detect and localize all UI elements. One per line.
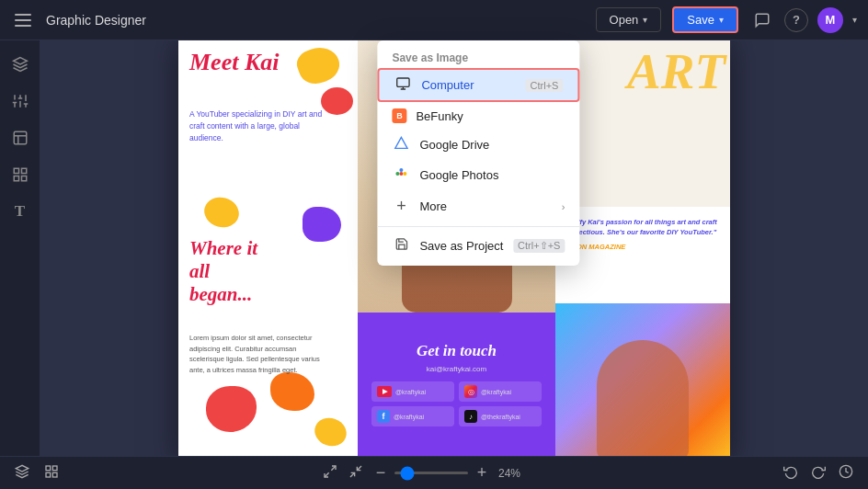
fit-frame-icon[interactable]: [319, 462, 341, 483]
svg-marker-3: [395, 137, 407, 148]
dropdown-section-label: Save as Image: [377, 46, 579, 68]
sidebar-icon-adjustments[interactable]: [4, 85, 37, 118]
lorem-text: Lorem ipsum dolor sit amet, consectetur …: [189, 333, 332, 376]
svg-rect-23: [14, 176, 18, 181]
svg-point-5: [399, 168, 403, 172]
where-heading: Where it all began...: [189, 237, 257, 307]
svg-marker-8: [13, 58, 27, 65]
svg-rect-29: [52, 472, 57, 477]
social-item-fb: f @kraftykai: [371, 406, 454, 426]
dropdown-item-save-project[interactable]: Save as Project Ctrl+⇧+S: [377, 231, 579, 260]
google-drive-icon: [392, 136, 410, 154]
more-arrow-icon: ›: [562, 201, 565, 212]
more-plus-icon: +: [392, 197, 410, 216]
fit-page-icon[interactable]: [345, 462, 367, 483]
svg-rect-18: [14, 131, 27, 144]
svg-rect-27: [52, 466, 57, 471]
svg-line-33: [350, 472, 355, 477]
save-project-label: Save as Project: [419, 239, 504, 253]
bottom-right-actions: [780, 462, 857, 483]
quote-text: "Kraffy Kai's passion for all things art…: [563, 217, 720, 238]
help-icon[interactable]: ?: [784, 8, 808, 32]
messages-icon[interactable]: [749, 7, 775, 33]
zoom-percentage: 24%: [496, 467, 523, 480]
sidebar-icon-layers[interactable]: [4, 48, 37, 81]
sidebar-icon-text[interactable]: T: [4, 195, 37, 228]
computer-label: Computer: [421, 78, 516, 92]
sidebar: T: [0, 40, 40, 456]
zoom-in-button[interactable]: +: [472, 463, 492, 483]
svg-line-31: [325, 472, 329, 477]
top-icons: ? M ▾: [749, 7, 857, 33]
social-item-yt: ▶ @kraftykai: [371, 381, 454, 402]
computer-shortcut: Ctrl+S: [526, 79, 564, 92]
quote-source: NYLON MAGAZINE: [563, 243, 720, 251]
history-button[interactable]: [835, 462, 857, 483]
sidebar-icon-templates[interactable]: [4, 121, 37, 154]
dropdown-item-google-drive[interactable]: Google Drive: [377, 130, 579, 160]
get-in-touch-title: Get in touch: [417, 342, 497, 360]
befunky-label: BeFunky: [416, 109, 565, 123]
dropdown-item-more[interactable]: + More ›: [377, 190, 579, 222]
svg-marker-25: [16, 465, 28, 472]
save-dropdown: Save as Image Computer Ctrl+S B BeFunky …: [377, 40, 579, 266]
redo-button[interactable]: [807, 462, 829, 483]
google-photos-icon: [392, 166, 410, 184]
undo-button[interactable]: [780, 462, 802, 483]
quote-box: "Kraffy Kai's passion for all things art…: [557, 211, 725, 256]
save-chevron-icon: ▾: [719, 15, 724, 25]
zoom-out-button[interactable]: −: [371, 463, 391, 483]
get-in-touch-box: Get in touch kai@kraftykai.com ▶ @krafty…: [358, 313, 555, 456]
svg-point-6: [403, 172, 406, 176]
save-project-shortcut: Ctrl+⇧+S: [513, 239, 565, 253]
social-grid: ▶ @kraftykai ◎ @kraftykai f @kraftykai ♪…: [358, 378, 555, 430]
subtitle-text: A YouTuber specializing in DIY art and c…: [189, 108, 326, 145]
meet-kai-heading: Meet Kai: [189, 50, 280, 74]
grid-toggle-icon[interactable]: [40, 462, 63, 483]
open-chevron-icon: ▾: [643, 15, 647, 25]
open-button[interactable]: Open ▾: [596, 7, 662, 32]
app-title: Graphic Designer: [46, 13, 146, 28]
svg-rect-24: [21, 176, 26, 181]
svg-point-7: [395, 172, 399, 176]
dropdown-item-befunky[interactable]: B BeFunky: [377, 102, 579, 130]
svg-point-4: [399, 172, 403, 176]
svg-rect-26: [46, 466, 51, 471]
avatar[interactable]: M: [817, 7, 843, 33]
google-photos-label: Google Photos: [419, 168, 565, 182]
svg-rect-22: [21, 168, 26, 173]
svg-line-32: [357, 466, 361, 471]
save-project-icon: [392, 237, 410, 254]
dropdown-item-google-photos[interactable]: Google Photos: [377, 160, 579, 190]
social-item-tt: ♪ @thekraftykai: [459, 406, 542, 426]
google-drive-label: Google Drive: [419, 138, 565, 152]
computer-icon: [394, 76, 412, 94]
hamburger-menu[interactable]: [11, 10, 35, 30]
dropdown-item-computer[interactable]: Computer Ctrl+S: [377, 68, 579, 102]
save-button[interactable]: Save ▾: [672, 6, 738, 33]
avatar-chevron-icon[interactable]: ▾: [852, 15, 857, 25]
svg-rect-28: [46, 472, 51, 477]
svg-rect-0: [397, 78, 409, 86]
email-text: kai@kraftykai.com: [427, 365, 486, 373]
bottombar: − + 24%: [0, 456, 868, 489]
zoom-slider[interactable]: [394, 472, 468, 474]
social-item-ig: ◎ @kraftykai: [459, 381, 542, 402]
befunky-icon: B: [392, 108, 406, 123]
svg-rect-21: [14, 168, 18, 173]
sidebar-icon-elements[interactable]: [4, 158, 37, 191]
more-label: More: [419, 199, 552, 213]
svg-line-30: [331, 466, 336, 471]
dropdown-divider: [377, 226, 579, 227]
zoom-controls: − + 24%: [319, 462, 523, 483]
topbar: Graphic Designer Open ▾ Save ▾ ? M ▾ Sav…: [0, 0, 868, 40]
layers-toggle-icon[interactable]: [11, 462, 33, 483]
